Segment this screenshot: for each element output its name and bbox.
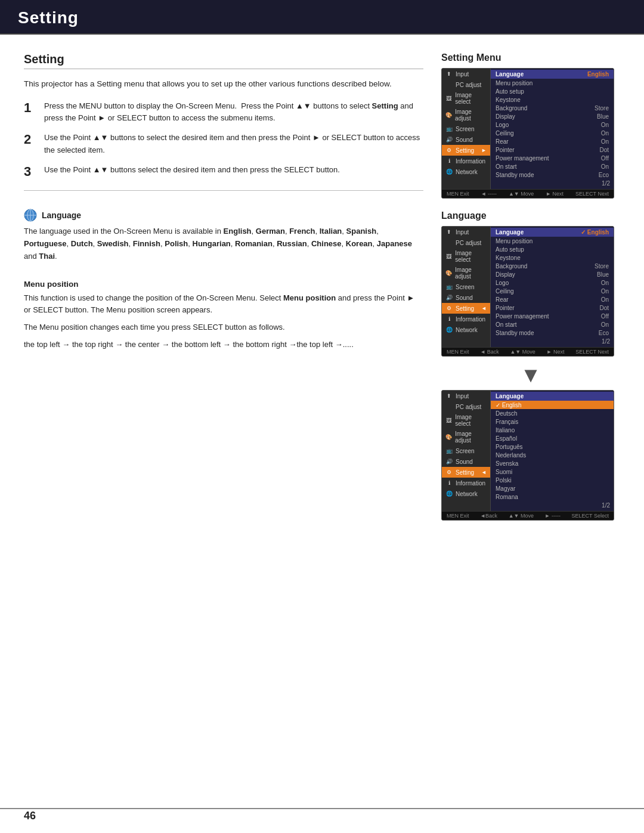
osd-left-2: ⬆ Input PC adjust 🖼 Image select 🎨 Image… <box>442 227 491 347</box>
osd-row-label: On start <box>496 163 517 170</box>
osd-panel-1: ⬆ Input PC adjust 🖼 Image select 🎨 Image… <box>441 68 614 199</box>
osd-row-portugues-3: Português <box>491 442 614 451</box>
footer-next-2: ► Next <box>546 349 564 355</box>
osd-panel-3: ⬆ Input PC adjust 🖼 Image select 🎨 Image… <box>441 390 614 521</box>
osd-row-italiano-3: Italiano <box>491 426 614 434</box>
footer-move-3: ▲▼ Move <box>509 513 534 519</box>
osd-item-screen-3: 📺 Screen <box>442 445 490 456</box>
osd-label-imgadj-2: Image adjust <box>455 267 487 280</box>
osd-item-imageadjust-1: 🎨 Image adjust <box>442 107 490 123</box>
osd-row-svenska-3: Svenska <box>491 459 614 467</box>
info-icon-1: ℹ <box>445 157 453 165</box>
osd-item-pcadjust-1: PC adjust <box>442 79 490 90</box>
osd-item-info-2: ℹ Information <box>442 314 490 324</box>
osd-body-1: ⬆ Input PC adjust 🖼 Image select 🎨 Image… <box>442 69 614 189</box>
osd-item-imageselect-1: 🖼 Image select <box>442 90 490 107</box>
setting-arrow-1: ► <box>481 147 487 153</box>
network-icon-3: 🌐 <box>445 490 453 497</box>
osd-row-francais-3: Français <box>491 417 614 426</box>
osd-row-nederlands-3: Nederlands <box>491 451 614 459</box>
osd-row-onstart-2: On startOn <box>491 320 614 329</box>
page-header: Setting <box>0 0 644 35</box>
osd-item-network-3: 🌐 Network <box>442 488 490 499</box>
setting-icon-1: ⚙ <box>445 147 453 154</box>
osd-row-bg-1: BackgroundStore <box>491 104 614 112</box>
page-title: Setting <box>18 8 626 27</box>
osd-item-screen-2: 📺 Screen <box>442 281 490 292</box>
bottom-page-number: 46 <box>24 810 36 822</box>
osd-label-network-2: Network <box>456 327 478 333</box>
osd-item-input-3: ⬆ Input <box>442 391 490 401</box>
info-icon-3: ℹ <box>445 479 453 487</box>
osd-row-label: Menu position <box>496 80 532 86</box>
osd-label-screen-1: Screen <box>456 126 475 132</box>
osd-row-pointer-2: PointerDot <box>491 304 614 312</box>
osd-label-setting-3: Setting <box>456 469 474 476</box>
steps-list: 1 Press the MENU button to display the O… <box>24 100 423 180</box>
imgsel-icon-2: 🖼 <box>445 253 452 260</box>
footer-back-2: ◄ Back <box>480 349 499 355</box>
osd-row-onstart-1: On startOn <box>491 162 614 171</box>
osd-row-label: Logo <box>496 122 509 128</box>
setting-arrow-3: ◄ <box>481 469 487 475</box>
step-2-text: Use the Point ▲▼ buttons to select the d… <box>44 132 423 157</box>
footer-select-2: SELECT Next <box>575 349 609 355</box>
step-1-text: Press the MENU button to display the On-… <box>44 100 423 125</box>
osd-row-val: On <box>601 138 609 145</box>
osd-label-pcadj-2: PC adjust <box>456 240 481 246</box>
osd-row-label: Rear <box>496 138 509 145</box>
osd-right-3: Language ✓ English Deutsch Français Ital… <box>491 391 614 511</box>
osd-label-info-3: Information <box>456 480 485 487</box>
osd-row-val: On <box>601 163 609 170</box>
osd-row-romana-3: Romana <box>491 493 614 501</box>
osd-label-input-1: Input <box>456 71 469 78</box>
osd-row-logo-1: LogoOn <box>491 120 614 129</box>
osd-label-setting-2: Setting <box>456 305 474 312</box>
pc-icon-2 <box>445 239 453 246</box>
footer-back-3: ◄Back <box>480 513 497 519</box>
footer-select-3: SELECT Select <box>572 513 609 519</box>
osd-row-val: On <box>601 130 609 137</box>
osd-row-label: Keystone <box>496 97 521 103</box>
footer-next-3: ► ----- <box>545 513 561 519</box>
osd-row-deutsch-3: Deutsch <box>491 409 614 417</box>
osd-header-2: Language ✓ English <box>491 228 614 237</box>
osd-row-val: Off <box>601 155 609 162</box>
language-panel-label: Language <box>441 210 620 221</box>
osd-row-display-2: DisplayBlue <box>491 270 614 278</box>
footer-next-1: ► Next <box>546 191 564 197</box>
info-icon-2: ℹ <box>445 315 453 323</box>
osd-row-logo-2: LogoOn <box>491 278 614 287</box>
osd-row-powermgmt-2: Power managementOff <box>491 312 614 320</box>
imgsel-icon-1: 🖼 <box>445 95 452 102</box>
osd-page-2: 1/2 <box>491 337 614 346</box>
osd-item-screen-1: 📺 Screen <box>442 123 490 134</box>
osd-row-ceiling-1: CeilingOn <box>491 129 614 137</box>
imgadj-icon-1: 🎨 <box>445 112 452 119</box>
intro-text: This projector has a Setting menu that a… <box>24 78 423 91</box>
osd-row-pointer-1: PointerDot <box>491 145 614 154</box>
input-icon-1: ⬆ <box>445 70 453 78</box>
osd-label-info-1: Information <box>456 158 485 165</box>
osd-row-ceiling-2: CeilingOn <box>491 287 614 295</box>
menu-pos-desc2: The Menu position changes each time you … <box>24 321 423 334</box>
divider <box>24 190 423 191</box>
setting-icon-2: ⚙ <box>445 305 453 312</box>
osd-row-rear-2: RearOn <box>491 295 614 304</box>
network-icon-1: 🌐 <box>445 168 453 175</box>
osd-label-pcadjust-1: PC adjust <box>456 82 481 88</box>
osd-row-english-3: ✓ English <box>491 401 614 409</box>
input-icon-2: ⬆ <box>445 228 453 236</box>
footer-move-1: ▲▼ Move <box>509 191 534 197</box>
osd-item-pcadjust-3: PC adjust <box>442 401 490 412</box>
footer-back-1: ◄ ----- <box>481 191 497 197</box>
step-2-num: 2 <box>24 132 38 147</box>
footer-move-2: ▲▼ Move <box>510 349 535 355</box>
network-icon-2: 🌐 <box>445 326 453 333</box>
input-icon-3: ⬆ <box>445 392 453 400</box>
setting-menu-label: Setting Menu <box>441 52 620 63</box>
step-3-num: 3 <box>24 164 38 179</box>
osd-row-label: Ceiling <box>496 130 514 137</box>
osd-header-label-3: Language <box>496 393 524 400</box>
menu-position-section: Menu position This function is used to c… <box>24 280 423 351</box>
